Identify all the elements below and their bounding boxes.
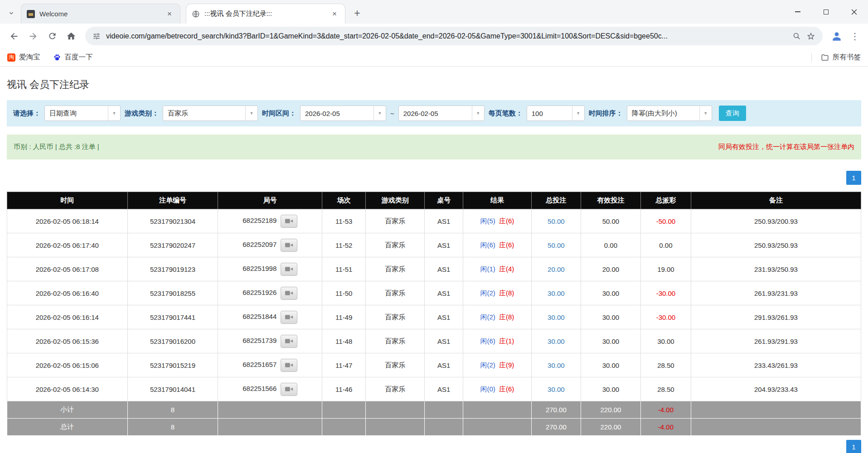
cell-total-bet: 50.00 [531, 209, 581, 233]
cell-bet-id: 523179020247 [127, 233, 218, 257]
cell-table-no: AS1 [425, 377, 463, 401]
video-replay-button[interactable] [281, 287, 297, 300]
total-bet-link[interactable]: 50.00 [548, 217, 565, 225]
back-button[interactable] [5, 28, 23, 45]
footer-count: 8 [127, 419, 218, 436]
cell-bet-id: 523179021304 [127, 209, 218, 233]
date-end-dropdown[interactable]: 2026-02-05 ▼ [398, 106, 485, 121]
cell-game-kind: 百家乐 [366, 353, 425, 377]
footer-cell [691, 401, 861, 419]
result-banker: 庄(8) [499, 313, 514, 321]
new-tab-button[interactable]: + [350, 6, 364, 20]
footer-cell [366, 419, 425, 436]
per-page-dropdown[interactable]: 100 ▼ [527, 106, 585, 121]
tab-close-icon[interactable]: × [330, 9, 339, 19]
maximize-button[interactable] [812, 0, 840, 24]
url-bar[interactable]: videoie.com/game/betrecord_search/kind3?… [85, 27, 823, 45]
footer-cell [218, 419, 322, 436]
cell-result: 闲(2) 庄(9) [463, 353, 532, 377]
cell-time: 2026-02-05 06:14:30 [7, 377, 128, 401]
tab-welcome[interactable]: Welcome × [21, 4, 180, 24]
close-button[interactable] [840, 0, 868, 24]
result-banker: 庄(6) [499, 385, 514, 393]
result-player: 闲(5) [480, 217, 495, 225]
url-text[interactable]: videoie.com/game/betrecord_search/kind3?… [106, 32, 787, 40]
query-type-dropdown[interactable]: 日期查询 ▼ [44, 106, 121, 121]
date-start-dropdown[interactable]: 2026-02-05 ▼ [300, 106, 386, 121]
total-bet-link[interactable]: 20.00 [548, 265, 565, 273]
total-bet-link[interactable]: 30.00 [548, 289, 565, 297]
reload-icon [48, 31, 57, 41]
total-bet-link[interactable]: 30.00 [548, 361, 565, 369]
result-banker: 庄(8) [499, 289, 514, 297]
table-row: 2026-02-05 06:18:14 523179021304 6822521… [7, 209, 861, 233]
cell-payout: 28.50 [640, 377, 691, 401]
cell-remark: 250.93/200.93 [691, 209, 861, 233]
total-bet-link[interactable]: 30.00 [548, 337, 565, 345]
round-id-text: 682251844 [242, 313, 276, 320]
cell-time: 2026-02-05 06:16:14 [7, 305, 128, 329]
result-banker: 庄(6) [499, 241, 514, 249]
cell-game-kind: 百家乐 [366, 329, 425, 353]
result-banker: 庄(4) [499, 265, 514, 273]
sort-order-dropdown[interactable]: 降幂(由大到小) ▼ [627, 106, 712, 121]
col-session: 场次 [322, 192, 366, 209]
total-bet-link[interactable]: 30.00 [548, 386, 565, 393]
page-button-1[interactable]: 1 [846, 171, 861, 185]
cell-bet-id: 523179017441 [127, 305, 218, 329]
forward-button[interactable] [24, 28, 42, 45]
tab-close-icon[interactable]: × [165, 9, 175, 19]
cell-round-id: 682251844 [218, 305, 322, 329]
home-button[interactable] [63, 28, 80, 45]
reload-button[interactable] [44, 28, 61, 45]
bookmark-baidu[interactable]: 百度一下 [53, 53, 93, 62]
footer-cell [218, 401, 322, 419]
tab-bet-records[interactable]: :::视讯 会员下注纪录::: × [186, 4, 345, 24]
col-bet-id: 注单编号 [127, 192, 218, 209]
browser-menu-button[interactable]: ⋮ [847, 28, 863, 45]
cell-remark: 291.93/261.93 [691, 305, 861, 329]
records-table: 时间 注单编号 局号 场次 游戏类别 桌号 结果 总投注 有效投注 总派彩 备注… [7, 192, 861, 436]
tune-icon [92, 32, 101, 40]
video-replay-button[interactable] [281, 263, 297, 276]
subtotal-row: 小计 8 270.00 220.00 -4.00 [7, 401, 861, 419]
cell-round-id: 682251566 [218, 377, 322, 401]
video-replay-button[interactable] [281, 383, 297, 396]
date-range-tilde: ~ [390, 110, 394, 117]
cell-valid-bet: 0.00 [581, 233, 641, 257]
footer-cell [425, 419, 463, 436]
cell-table-no: AS1 [425, 209, 463, 233]
game-kind-dropdown[interactable]: 百家乐 ▼ [163, 106, 258, 121]
page-button-1[interactable]: 1 [846, 440, 861, 453]
site-info-icon[interactable] [92, 32, 101, 40]
date-end-value: 2026-02-05 [399, 110, 472, 117]
baidu-paw-icon [53, 53, 61, 62]
bookmark-taobao[interactable]: 淘 爱淘宝 [7, 53, 40, 62]
round-id-text: 682251926 [242, 289, 276, 296]
video-replay-button[interactable] [281, 359, 297, 372]
table-row: 2026-02-05 06:17:08 523179019123 6822519… [7, 257, 861, 281]
chevron-down-icon: ▼ [373, 106, 386, 120]
col-valid-bet: 有效投注 [581, 192, 641, 209]
bookmark-star-icon[interactable] [806, 32, 815, 41]
round-id-text: 682251657 [242, 361, 276, 368]
minimize-button[interactable] [784, 0, 812, 24]
search-button[interactable]: 查询 [719, 106, 746, 121]
video-replay-button[interactable] [281, 215, 297, 228]
zoom-icon[interactable] [792, 32, 801, 40]
profile-avatar[interactable] [828, 28, 845, 45]
date-start-value: 2026-02-05 [301, 110, 373, 117]
cell-table-no: AS1 [425, 257, 463, 281]
total-bet-link[interactable]: 30.00 [548, 313, 565, 321]
total-bet-link[interactable]: 50.00 [548, 241, 565, 249]
video-replay-button[interactable] [281, 311, 297, 324]
cell-bet-id: 523179018255 [127, 281, 218, 305]
cell-round-id: 682251739 [218, 329, 322, 353]
video-replay-button[interactable] [281, 239, 297, 252]
tab-search-button[interactable] [5, 6, 18, 20]
video-replay-button[interactable] [281, 335, 297, 348]
table-row: 2026-02-05 06:17:40 523179020247 6822520… [7, 233, 861, 257]
all-bookmarks-button[interactable]: 所有书签 [821, 53, 861, 62]
col-result: 结果 [463, 192, 532, 209]
game-kind-value: 百家乐 [163, 109, 245, 118]
